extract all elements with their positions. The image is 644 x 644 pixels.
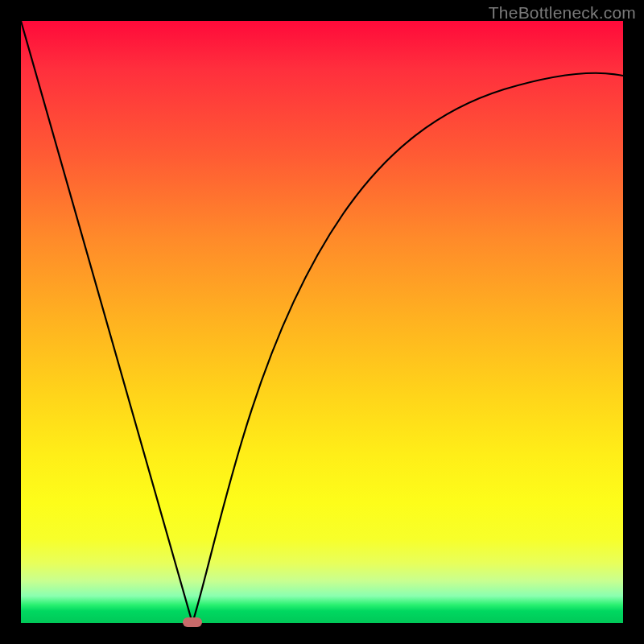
curve-path: [21, 21, 623, 623]
chart-plot-area: [21, 21, 623, 623]
watermark-text: TheBottleneck.com: [489, 3, 636, 23]
bottleneck-curve: [21, 21, 623, 623]
optimal-point-marker: [183, 617, 202, 627]
chart-frame: TheBottleneck.com: [0, 0, 644, 644]
